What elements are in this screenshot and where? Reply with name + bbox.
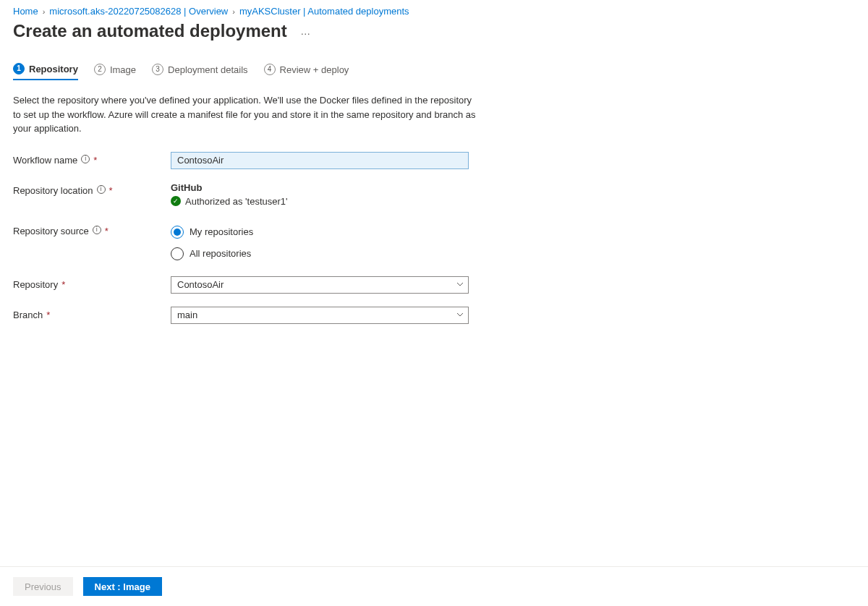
repo-location-authorized: Authorized as 'testuser1' (185, 196, 288, 207)
required-indicator: * (105, 226, 109, 236)
next-button[interactable]: Next : Image (83, 577, 162, 596)
tab-deployment-details[interactable]: 3 Deployment details (152, 63, 248, 80)
check-circle-icon: ✓ (171, 196, 181, 206)
radio-all-repositories[interactable]: All repositories (171, 247, 253, 260)
tab-step-number: 3 (152, 64, 163, 75)
chevron-right-icon: › (232, 7, 235, 16)
tab-step-number: 1 (13, 63, 25, 74)
workflow-name-input[interactable] (171, 152, 469, 169)
branch-label: Branch (13, 310, 43, 320)
breadcrumb-link-home[interactable]: Home (13, 6, 38, 17)
required-indicator: * (61, 279, 65, 290)
repository-label: Repository (13, 279, 58, 290)
tab-label: Repository (29, 64, 78, 74)
breadcrumb: Home › microsoft.aks-20220725082628 | Ov… (13, 6, 855, 17)
required-indicator: * (109, 185, 113, 196)
info-icon[interactable]: i (93, 226, 101, 234)
previous-button: Previous (13, 577, 73, 596)
info-icon[interactable]: i (81, 155, 90, 163)
required-indicator: * (93, 155, 97, 166)
breadcrumb-link-overview[interactable]: microsoft.aks-20220725082628 | Overview (49, 6, 228, 17)
wizard-footer: Previous Next : Image (0, 566, 868, 606)
tab-label: Deployment details (168, 64, 248, 75)
info-icon[interactable]: i (97, 185, 106, 194)
repo-location-label: Repository location (13, 185, 93, 196)
chevron-right-icon: › (43, 7, 46, 16)
breadcrumb-link-deployments[interactable]: myAKSCluster | Automated deployments (239, 6, 409, 17)
required-indicator: * (46, 310, 50, 320)
workflow-name-label: Workflow name (13, 155, 77, 166)
radio-label: My repositories (190, 226, 253, 237)
repo-location-provider: GitHub (171, 182, 288, 193)
chevron-down-icon (456, 310, 464, 320)
radio-icon (171, 226, 184, 239)
page-title: Create an automated deployment (13, 21, 287, 41)
more-actions-button[interactable]: … (297, 22, 315, 40)
tab-label: Image (110, 64, 136, 75)
tab-repository[interactable]: 1 Repository (13, 63, 78, 80)
repository-select[interactable]: ContosoAir (171, 276, 469, 294)
radio-icon (171, 247, 184, 260)
tab-step-number: 2 (94, 64, 106, 75)
radio-label: All repositories (190, 248, 251, 259)
repo-source-label: Repository source (13, 226, 89, 236)
tab-image[interactable]: 2 Image (94, 63, 136, 80)
tab-label: Review + deploy (280, 64, 349, 75)
tab-description: Select the repository where you've defin… (13, 93, 476, 136)
branch-select-value: main (177, 310, 197, 320)
radio-my-repositories[interactable]: My repositories (171, 226, 253, 239)
ellipsis-icon: … (300, 25, 311, 37)
wizard-tabs: 1 Repository 2 Image 3 Deployment detail… (13, 63, 855, 80)
tab-review-deploy[interactable]: 4 Review + deploy (264, 63, 349, 80)
repository-select-value: ContosoAir (177, 279, 224, 290)
branch-select[interactable]: main (171, 307, 469, 324)
tab-step-number: 4 (264, 64, 276, 75)
chevron-down-icon (456, 279, 464, 290)
